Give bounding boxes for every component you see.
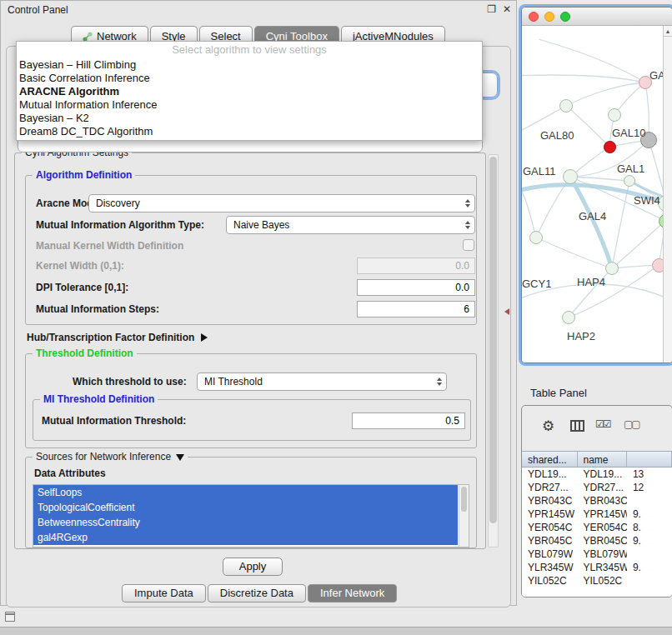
collapsed-arrow-icon [201,333,208,342]
minimize-traffic-light[interactable] [544,12,554,22]
scroll-up-icon[interactable]: ▲ [664,26,672,37]
table-cell: YDR27... [522,481,578,494]
minimized-panel-icon[interactable] [5,612,15,622]
list-item[interactable]: gal4RGexp [33,530,458,545]
threshold-definition-group: Threshold Definition Which threshold to … [25,353,477,448]
table-cell: YDL19... [522,468,578,481]
table-header-row: shared... name [522,451,672,468]
network-node[interactable] [608,108,621,122]
network-node[interactable] [604,141,616,153]
network-node[interactable] [529,231,543,244]
table-row[interactable]: YDL19... YDL19... 13 [522,468,672,481]
popup-item[interactable]: Bayesian – K2 [17,112,482,125]
node-label: GAL80 [540,129,574,142]
expanded-arrow-icon [176,454,184,461]
node-label: GAL11 [523,165,556,178]
tab-infer-network[interactable]: Infer Network [308,584,397,602]
float-window-icon[interactable]: ❐ [487,3,496,15]
network-window-titlebar[interactable] [522,8,672,26]
zoom-traffic-light[interactable] [560,12,570,22]
manual-kernel-checkbox[interactable] [463,239,474,251]
table-cell: YBR043C [578,494,627,508]
table-cell [627,494,672,508]
tab-impute-data[interactable]: Impute Data [122,584,206,602]
close-icon[interactable]: ✕ [503,3,511,15]
aracne-mode-select[interactable]: Discovery [88,194,475,212]
table-cell: YER054C [578,521,627,534]
tab-discretize-data[interactable]: Discretize Data [208,584,306,602]
table-cell [627,548,672,561]
popup-item[interactable]: Bayesian – Hill Climbing [17,58,482,72]
manual-kernel-label: Manual Kernel Width Definition [36,240,183,252]
settings-scrollbar[interactable] [488,154,499,548]
list-item[interactable]: SelfLoops [33,485,458,500]
dpi-tolerance-label: DPI Tolerance [0,1]: [36,282,128,293]
group-title: MI Threshold Definition [40,393,158,405]
select-all-checkboxes-icon[interactable]: ☑☑ [595,418,610,430]
dpi-tolerance-field[interactable]: 0.0 [357,279,475,296]
table-cell: YBR045C [578,534,627,548]
popup-item[interactable]: Basic Correlation Inference [17,72,482,85]
mi-threshold-field[interactable]: 0.5 [352,412,465,429]
table-row[interactable]: YDR27... YDR27... 12 [522,481,672,494]
table-row[interactable]: YER054C YER054C 8. [522,521,672,534]
table-row[interactable]: YBR043C YBR043C [522,494,672,508]
data-attributes-label: Data Attributes [34,468,106,479]
table-row[interactable]: YBL079W YBL079W [522,548,672,561]
columns-icon[interactable] [570,420,584,432]
list-item[interactable]: BetweennessCentrality [33,515,458,530]
gear-icon[interactable]: ⚙ [542,418,554,435]
table-cell: 9. [627,561,672,574]
hub-definition-toggle[interactable]: Hub/Transcription Factor Definition [27,332,208,343]
mi-type-select[interactable]: Naive Bayes [226,216,475,234]
network-node[interactable] [563,169,578,184]
mi-type-value: Naive Bayes [233,219,289,231]
network-view-window: GAL GAL80 GAL10 GAL11 GAL1 SWI4 GAL4 GCY… [521,7,672,363]
table-toolbar: ⚙ ☑☑ ▢▢ [522,406,672,451]
table-row[interactable]: YPR145W YPR145W 9. [522,508,672,521]
table-row[interactable]: YIL052C YIL052C [522,574,672,588]
kernel-width-field[interactable]: 0.0 [357,258,475,274]
table-cell: 13 [627,468,672,481]
column-header[interactable] [627,452,672,467]
network-scrollbar[interactable]: ▲ [663,26,672,362]
popup-placeholder: Select algorithm to view settings [17,42,482,58]
which-threshold-select[interactable]: MI Threshold [197,372,447,391]
mi-threshold-definition-group: MI Threshold Definition Mutual Informati… [33,399,471,441]
panel-collapse-arrow-icon[interactable] [504,308,509,315]
apply-button[interactable]: Apply [223,558,283,576]
table-cell: 9. [627,534,672,548]
table-cell: YIL052C [522,574,578,588]
popup-item[interactable]: Mutual Information Inference [17,98,482,112]
mi-steps-field[interactable]: 6 [357,301,475,318]
table-row[interactable]: YLR345W YLR345W 9. [522,561,672,574]
table-cell: YIL052C [578,574,627,588]
network-node[interactable] [562,311,575,324]
network-node[interactable] [605,262,619,275]
table-cell: YPR145W [578,508,627,521]
table-cell: 12 [627,481,672,494]
list-scrollbar[interactable] [459,485,469,547]
algorithm-definition-group: Algorithm Definition Aracne Mode: Discov… [25,175,477,325]
popup-item[interactable]: Dream8 DC_TDC Algorithm [17,125,482,138]
column-header[interactable]: name [578,452,627,467]
node-label: HAP2 [567,330,595,342]
table-row[interactable]: YBR045C YBR045C 9. [522,534,672,548]
popup-item-selected[interactable]: ARACNE Algorithm [17,85,482,98]
table-cell: 8. [627,521,672,534]
group-title: Algorithm Definition [33,169,135,181]
network-canvas[interactable]: GAL GAL80 GAL10 GAL11 GAL1 SWI4 GAL4 GCY… [522,26,672,362]
list-item[interactable]: TopologicalCoefficient [33,500,458,515]
sources-toggle[interactable]: Sources for Network Inference [33,451,188,462]
control-panel-titlebar[interactable]: Control Panel ❐ ✕ [1,1,516,19]
combo-arrows-icon [437,373,442,390]
node-label: HAP4 [577,276,605,288]
which-threshold-value: MI Threshold [204,376,263,388]
network-node[interactable] [624,175,635,187]
network-node[interactable] [559,99,573,112]
close-traffic-light[interactable] [529,12,539,22]
deselect-all-checkboxes-icon[interactable]: ▢▢ [624,418,639,430]
node-table: shared... name YDL19... YDL19... 13 YDR2… [522,451,672,597]
column-header[interactable]: shared... [522,452,578,467]
sources-group: Sources for Network Inference Data Attri… [25,457,477,548]
